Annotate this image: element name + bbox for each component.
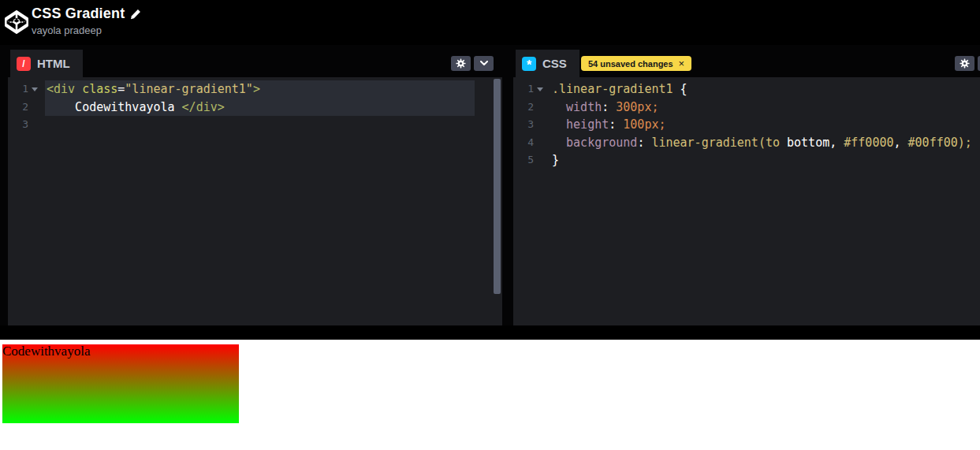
code-text: width: 300px; <box>550 99 658 117</box>
code-token: = <box>117 82 125 96</box>
code-text: height: 100px; <box>550 116 666 134</box>
line-number: 2 <box>513 99 534 117</box>
code-token: : <box>637 136 651 150</box>
chevron-down-icon <box>480 61 488 66</box>
line-gutter: 3 <box>513 116 550 134</box>
html-slash-icon: / <box>17 57 31 71</box>
html-settings-button[interactable] <box>451 56 471 71</box>
pen-title-row: CSS Gradient <box>32 6 141 22</box>
unsaved-changes-text: 54 unsaved changes <box>588 59 673 69</box>
badge-close-icon[interactable]: × <box>679 58 685 69</box>
fold-spacer <box>28 116 41 134</box>
code-token: } <box>552 153 559 167</box>
html-collapse-button[interactable] <box>474 56 494 71</box>
code-token: #00ff00 <box>908 136 958 150</box>
code-token: 100px; <box>623 117 665 132</box>
fold-spacer <box>534 99 546 117</box>
css-code-area[interactable]: 1.linear-gradient1 {2 width: 300px;3 hei… <box>513 77 980 325</box>
code-token: class <box>82 82 117 96</box>
fold-spacer <box>534 151 546 169</box>
line-number: 3 <box>513 116 534 134</box>
code-token <box>552 100 566 114</box>
html-scrollbar-thumb[interactable] <box>494 79 501 294</box>
css-icon-glyph: * <box>527 58 531 73</box>
code-line[interactable]: 2 width: 300px; <box>513 99 980 117</box>
tab-css[interactable]: * CSS <box>516 50 579 77</box>
editor-preview-divider[interactable] <box>0 325 980 340</box>
line-number: 1 <box>513 80 534 99</box>
line-number: 2 <box>8 99 28 117</box>
line-gutter: 5 <box>513 151 550 169</box>
line-number: 3 <box>8 116 28 134</box>
code-token: , <box>829 136 844 150</box>
tab-html[interactable]: / HTML <box>10 50 83 77</box>
code-line[interactable]: 3 <box>8 116 502 134</box>
code-token: "linear-gradient1" <box>125 82 253 96</box>
unsaved-changes-badge[interactable]: 54 unsaved changes × <box>581 56 691 71</box>
css-asterisk-icon: * <box>522 57 536 71</box>
app-header: CSS Gradient vayola pradeep <box>0 0 980 45</box>
line-number: 5 <box>513 151 534 169</box>
line-number: 1 <box>8 80 28 99</box>
code-token: : <box>602 100 616 114</box>
code-line[interactable]: 1<div class="linear-gradient1"> <box>8 80 502 99</box>
code-token: to <box>766 136 787 150</box>
code-line[interactable]: 1.linear-gradient1 { <box>513 80 980 99</box>
fold-spacer <box>28 99 41 117</box>
code-token: <div <box>47 82 75 96</box>
pen-author: vayola pradeep <box>32 24 102 36</box>
code-token: 300px; <box>616 100 658 114</box>
line-gutter: 2 <box>8 99 45 117</box>
code-token: bottom <box>787 136 829 150</box>
html-editor-panel: / HTML <box>8 49 502 325</box>
code-text: <div class="linear-gradient1"> <box>45 80 260 99</box>
line-gutter: 1 <box>8 80 45 99</box>
code-text: } <box>550 151 559 169</box>
code-line[interactable]: 5} <box>513 151 980 169</box>
code-text: Codewithvayola </div> <box>45 99 225 117</box>
css-editor-panel: * CSS 54 unsaved changes × <box>513 49 980 325</box>
html-icon-glyph: / <box>22 58 24 69</box>
code-line[interactable]: 2 Codewithvayola </div> <box>8 99 502 117</box>
code-token: Codewithvayola <box>47 100 182 114</box>
gradient-preview-box: Codewithvayola <box>2 344 239 423</box>
code-token: { <box>673 82 687 96</box>
code-token: #ff0000 <box>844 136 893 150</box>
css-tab-bar: * CSS 54 unsaved changes × <box>513 49 980 77</box>
line-gutter: 3 <box>8 116 45 134</box>
css-tab-label: CSS <box>542 57 567 70</box>
html-tab-label: HTML <box>37 57 70 70</box>
code-text: background: linear-gradient(to bottom, #… <box>550 134 972 152</box>
code-token: > <box>253 82 260 96</box>
code-token: .linear-gradient1 <box>552 82 673 96</box>
line-gutter: 4 <box>513 134 550 152</box>
code-token: background <box>566 136 637 150</box>
code-token <box>552 136 566 150</box>
code-line[interactable]: 3 height: 100px; <box>513 116 980 134</box>
html-tab-bar: / HTML <box>8 49 502 77</box>
fold-spacer <box>534 134 546 152</box>
code-line[interactable]: 4 background: linear-gradient(to bottom,… <box>513 134 980 152</box>
code-text <box>45 116 47 134</box>
gear-icon <box>960 58 970 69</box>
code-token <box>552 117 566 132</box>
css-settings-button[interactable] <box>955 56 974 71</box>
code-token: linear-gradient( <box>651 136 766 150</box>
code-token: width <box>566 100 602 114</box>
code-token: : <box>609 117 623 132</box>
html-code-area[interactable]: 1<div class="linear-gradient1">2 Codewit… <box>8 77 502 325</box>
code-token <box>75 82 82 96</box>
code-token: height <box>566 117 609 132</box>
code-token: </div> <box>182 100 225 114</box>
fold-arrow-icon[interactable] <box>534 80 546 99</box>
code-text: .linear-gradient1 { <box>550 80 687 99</box>
preview-pane: Codewithvayola <box>0 340 980 450</box>
gear-icon <box>456 58 466 69</box>
line-gutter: 2 <box>513 99 550 117</box>
pen-title: CSS Gradient <box>32 6 125 22</box>
codepen-logo-icon[interactable] <box>5 9 28 35</box>
edit-pencil-icon[interactable] <box>130 9 141 20</box>
code-token: , <box>894 136 908 150</box>
line-number: 4 <box>513 134 534 152</box>
fold-arrow-icon[interactable] <box>28 80 41 99</box>
